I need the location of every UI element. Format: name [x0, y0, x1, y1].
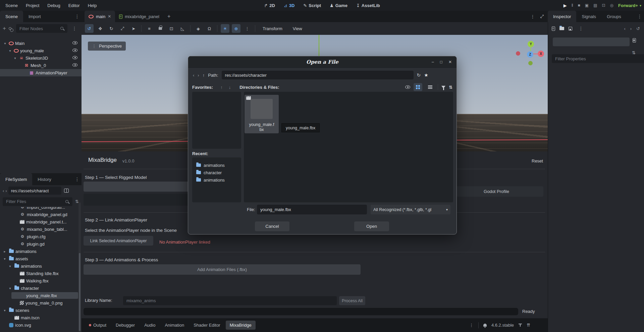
menu-project[interactable]: Project: [22, 3, 43, 8]
fs-row-plugin.cfg[interactable]: ⚙plugin.cfg: [0, 233, 82, 240]
edited-object-bar[interactable]: [553, 38, 630, 46]
history-forward-icon[interactable]: ›: [630, 26, 632, 31]
scale-tool[interactable]: ⤢: [118, 24, 127, 33]
bottom-tab-output[interactable]: Output: [85, 321, 110, 330]
play-button[interactable]: ▶: [564, 3, 567, 8]
list-select-tool[interactable]: ≡: [145, 24, 154, 33]
close-tab-icon[interactable]: ✕: [108, 14, 111, 19]
fs-row-young_male.fbx[interactable]: young_male.fbx: [0, 292, 82, 299]
bottom-tab-audio[interactable]: Audio: [140, 321, 159, 330]
ruler-tool[interactable]: ◺: [178, 24, 187, 33]
menu-view[interactable]: View: [289, 26, 306, 31]
filesystem-scrollbar-thumb[interactable]: [79, 253, 80, 331]
fs-row-Standing Idle.fbx[interactable]: Standing Idle.fbx: [0, 270, 82, 277]
tab-groups[interactable]: Groups: [601, 11, 627, 22]
tab-history[interactable]: History: [32, 173, 56, 185]
dir-back-icon[interactable]: ‹: [193, 73, 194, 78]
new-resource-icon[interactable]: [552, 26, 555, 31]
workspace-script-button[interactable]: ✎Script: [300, 1, 324, 10]
new-tab-button[interactable]: +: [163, 11, 174, 22]
property-tools-icon[interactable]: ⇅: [632, 50, 636, 55]
fs-row-main.tscn[interactable]: main.tscn: [0, 314, 82, 321]
nav-back-icon[interactable]: ‹: [3, 188, 4, 193]
visibility-eye-icon[interactable]: [72, 63, 77, 67]
file-type-filter-select[interactable]: All Recognized (*.fbx, *.glb, *.gl ▾: [371, 205, 450, 214]
add-node-button[interactable]: +: [3, 25, 6, 32]
rotate-tool[interactable]: ↻: [107, 24, 116, 33]
extra-options-menu[interactable]: ⋮: [243, 24, 252, 33]
recent-item-animations[interactable]: animations: [192, 161, 241, 169]
open-docs-icon[interactable]: [633, 38, 636, 43]
tab-inspector[interactable]: Inspector: [548, 11, 576, 22]
preview-sunlight-toggle[interactable]: ☀: [221, 24, 229, 33]
visibility-eye-icon[interactable]: [72, 41, 77, 45]
add-animation-files-button[interactable]: Add Animation Files (.fbx): [84, 264, 361, 275]
nav-forward-icon[interactable]: ›: [5, 188, 7, 193]
filesystem-path[interactable]: res://assets/charact: [8, 187, 61, 195]
lock-node-tool[interactable]: [156, 24, 165, 33]
workspace-3d-button[interactable]: ⊿3D: [281, 1, 298, 10]
remote-debug-button[interactable]: ▣: [585, 3, 589, 8]
gizmo-z-ball[interactable]: Z: [527, 51, 533, 58]
tree-arrow-icon[interactable]: ▾: [13, 56, 17, 60]
filter-properties-input[interactable]: [552, 54, 644, 63]
visibility-eye-icon[interactable]: [72, 49, 77, 52]
group-node-tool[interactable]: ⊡: [167, 24, 176, 33]
show-hidden-eye-icon[interactable]: [405, 85, 410, 89]
fs-row-animations[interactable]: ▾animations: [0, 262, 82, 270]
bottom-menu-icon[interactable]: ⋮: [469, 323, 474, 328]
tree-arrow-icon[interactable]: ▾: [7, 286, 13, 290]
magnet-snap-toggle[interactable]: Ω: [205, 24, 214, 33]
fs-row-scenes[interactable]: ▾scenes: [0, 307, 82, 314]
cancel-button[interactable]: Cancel: [255, 221, 289, 231]
tab-filesystem[interactable]: FileSystem: [0, 173, 32, 185]
scene-toolbar-menu-icon[interactable]: ⋮: [70, 26, 79, 31]
history-back-icon[interactable]: ‹: [624, 26, 625, 31]
fs-row-young_male_0.png[interactable]: young_male_0.png: [0, 299, 82, 307]
save-resource-icon[interactable]: [569, 27, 572, 30]
load-resource-icon[interactable]: [559, 27, 564, 30]
fs-row-assets[interactable]: ▾assets: [0, 255, 82, 262]
fav-up-icon[interactable]: ↑: [220, 85, 223, 90]
select-tool[interactable]: ➤: [129, 24, 138, 33]
minimize-icon[interactable]: –: [432, 60, 434, 64]
renderer-settings-button[interactable]: ◎: [610, 3, 613, 8]
maximize-icon[interactable]: □: [440, 60, 442, 64]
tab-signals[interactable]: Signals: [576, 11, 601, 22]
scene-dock-menu-icon[interactable]: ⋮: [73, 11, 82, 22]
tree-arrow-icon[interactable]: ▾: [7, 264, 13, 268]
scene-tree-row-young_male[interactable]: ▾young_male: [0, 47, 82, 54]
orbit-select-tool[interactable]: ↺: [85, 24, 94, 33]
split-mode-icon[interactable]: [64, 189, 69, 193]
grid-view-button[interactable]: [414, 83, 422, 91]
pin-panel-icon[interactable]: [519, 324, 522, 327]
open-button[interactable]: Open: [354, 221, 389, 231]
recent-item-animations[interactable]: animations: [192, 176, 241, 184]
resource-menu-icon[interactable]: ⋮: [577, 26, 585, 31]
fav-down-icon[interactable]: ↓: [229, 85, 231, 90]
sort-icon[interactable]: ⇅: [449, 85, 452, 90]
renderer-select[interactable]: Forward+▾: [618, 3, 641, 8]
menu-transform[interactable]: Transform: [259, 26, 286, 31]
fs-row-mixamo_bone_tabl...[interactable]: ⚙mixamo_bone_tabl...: [0, 225, 82, 233]
fs-row-mixabridge_panel.t...[interactable]: mixabridge_panel.t...: [0, 218, 82, 225]
workspace-assetlib-button[interactable]: ↧AssetLib: [353, 1, 383, 10]
favorites-panel[interactable]: [192, 92, 241, 149]
close-icon[interactable]: ✕: [448, 60, 452, 64]
fs-row-icon.svg[interactable]: icon.svg: [0, 321, 82, 329]
visibility-eye-icon[interactable]: [72, 56, 77, 59]
file-grid[interactable]: young_male.f bx: [244, 92, 453, 202]
recent-item-character[interactable]: character: [192, 169, 241, 176]
fs-row-character[interactable]: ▾character: [0, 284, 82, 292]
filter-funnel-icon[interactable]: [441, 86, 445, 88]
fs-row-animations[interactable]: ▸animations: [0, 248, 82, 255]
scene-tree-row-Skeleton3D[interactable]: ▾☠Skeleton3D: [0, 54, 82, 62]
dir-forward-icon[interactable]: ›: [198, 73, 199, 78]
stop-button[interactable]: ■: [578, 3, 580, 8]
scene-tree-row-AnimationPlayer[interactable]: ▦AnimationPlayer: [0, 69, 82, 76]
tree-arrow-icon[interactable]: ▸: [2, 250, 7, 253]
filesystem-dock-menu-icon[interactable]: ⋮: [73, 173, 82, 185]
tree-arrow-icon[interactable]: ▾: [2, 257, 7, 261]
tree-arrow-icon[interactable]: ▾: [8, 49, 12, 53]
fs-row-plugin.gd[interactable]: ⚙plugin.gd: [0, 240, 82, 248]
